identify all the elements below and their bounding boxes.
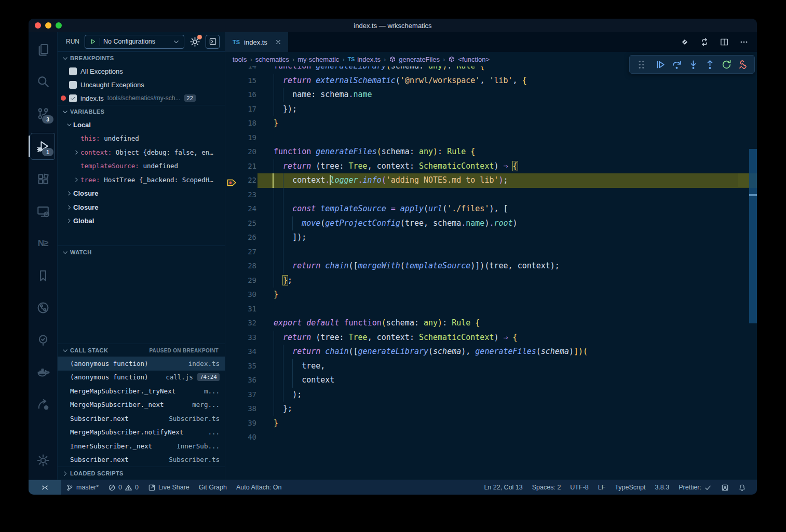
breakpoint-gutter[interactable] [225,102,239,117]
code-line-18[interactable]: 18} [225,116,757,131]
launch-configuration-dropdown[interactable]: No Configurations [85,35,184,49]
code-line-35[interactable]: 35 tree, [225,359,757,374]
breakpoint-gutter[interactable] [225,331,239,345]
breakpoint-gutter[interactable] [225,430,239,445]
variable-row[interactable]: Global [58,214,225,228]
status-eol[interactable]: LF [593,480,611,495]
breadcrumb-item-tools[interactable]: tools [233,56,247,63]
activity-item-test-explorer[interactable] [31,327,55,353]
code-line-16[interactable]: 16 name: schema.name [225,88,757,102]
breakpoint-gutter[interactable] [225,145,239,159]
call-stack-frame[interactable]: Subscriber.nextSubscriber.ts [58,453,225,467]
step-into-button[interactable] [685,57,701,72]
code-line-24[interactable]: 24 const templateSource = apply(url('./f… [225,202,757,216]
variables-header[interactable]: VARIABLES [58,105,225,118]
status-live-share[interactable]: Live Share [143,480,194,495]
code-line-27[interactable]: 27 [225,245,757,260]
breakpoint-row[interactable]: index.tstools/schematics/my-sch...22 [58,91,225,105]
activity-item-remote-explorer[interactable] [31,198,55,224]
activity-item-search[interactable] [31,69,55,94]
call-stack-header[interactable]: CALL STACK PAUSED ON BREAKPOINT [58,344,225,357]
breadcrumb-item-schematics[interactable]: schematics [255,56,289,63]
breakpoint-gutter[interactable] [225,302,239,317]
variable-row[interactable]: Local [58,118,225,132]
breakpoint-gutter[interactable] [225,202,239,216]
code-line-22[interactable]: 22 context.logger.info('adding NOTES.md … [225,173,757,188]
status-git-branch[interactable]: master* [61,480,103,495]
breakpoint-gutter[interactable] [225,188,239,202]
code-line-21[interactable]: 21 return (tree: Tree, context: Schemati… [225,159,757,174]
code-line-34[interactable]: 34 return chain([generateLibrary(schema)… [225,345,757,359]
activity-item-extensions[interactable] [31,166,55,192]
step-over-button[interactable] [668,57,685,72]
status-prettier[interactable]: Prettier: [674,480,716,495]
breakpoint-gutter[interactable] [225,274,239,288]
code-line-36[interactable]: 36 context [225,373,757,388]
breakpoint-gutter[interactable] [225,388,239,402]
breadcrumb-item-function[interactable]: <function> [448,56,490,63]
activity-item-manage[interactable] [31,447,55,473]
debug-settings-gear-icon[interactable] [189,36,200,47]
breakpoint-gutter[interactable] [225,402,239,416]
breakpoint-gutter[interactable] [225,88,239,102]
breakpoint-gutter[interactable] [225,316,239,331]
split-editor-icon[interactable] [720,37,729,47]
breakpoint-gutter[interactable] [225,245,239,260]
variable-row[interactable]: templateSource: undefined [58,159,225,173]
code-line-19[interactable]: 19 [225,131,757,145]
activity-item-nx-console[interactable]: N≥ [31,230,55,256]
call-stack-frame[interactable]: MergeMapSubscriber._tryNextm... [58,384,225,398]
git-graph-icon[interactable] [700,37,709,47]
code-line-31[interactable]: 31 [225,302,757,317]
status-notifications[interactable] [734,480,751,495]
breakpoint-gutter[interactable] [225,359,239,374]
variable-row[interactable]: tree: HostTree {_backend: ScopedH… [58,173,225,187]
status-feedback[interactable] [716,480,734,495]
more-actions-icon[interactable] [739,37,749,47]
call-stack-frame[interactable]: MergeMapSubscriber._nextmerg... [58,398,225,412]
breakpoint-gutter[interactable] [225,230,239,245]
activity-item-docker[interactable] [31,359,55,385]
breakpoint-checkbox[interactable] [69,67,77,75]
code-line-39[interactable]: 39} [225,416,757,431]
tab-index-ts[interactable]: TS index.ts [225,32,288,52]
status-problems[interactable]: 00 [103,480,143,495]
call-stack-frame[interactable]: (anonymous function)call.js74:24 [58,371,225,385]
breakpoint-gutter[interactable] [225,373,239,388]
breakpoints-header[interactable]: BREAKPOINTS [58,52,225,64]
variable-row[interactable]: Closure [58,187,225,201]
status-language-mode[interactable]: TypeScript [610,480,650,495]
activity-item-explorer[interactable] [31,36,55,62]
breakpoint-gutter[interactable] [225,288,239,302]
status-encoding[interactable]: UTF-8 [565,480,593,495]
call-stack-frame[interactable]: InnerSubscriber._nextInnerSub... [58,439,225,453]
breakpoint-gutter[interactable] [225,74,239,88]
status-git-graph[interactable]: Git Graph [194,480,232,495]
open-debug-console-icon[interactable] [206,35,220,49]
breakpoint-gutter[interactable] [225,66,239,74]
breakpoint-gutter[interactable] [225,216,239,231]
breakpoint-gutter[interactable] [225,173,239,188]
code-line-20[interactable]: 20function generateFiles(schema: any): R… [225,145,757,159]
status-auto-attach[interactable]: Auto Attach: On [232,480,287,495]
code-line-28[interactable]: 28 return chain([mergeWith(templateSourc… [225,259,757,274]
breakpoint-gutter[interactable] [225,259,239,274]
code-line-40[interactable]: 40 [225,430,757,445]
call-stack-frame[interactable]: MergeMapSubscriber.notifyNext... [58,426,225,440]
breakpoint-row[interactable]: All Exceptions [58,64,225,78]
breakpoint-gutter[interactable] [225,116,239,131]
variable-row[interactable]: this: undefined [58,132,225,146]
breakpoint-checkbox[interactable] [69,94,77,102]
watch-header[interactable]: WATCH [58,246,225,258]
call-stack-frame[interactable]: (anonymous function)index.ts [58,357,225,371]
activity-item-run-and-debug[interactable]: 1 [31,133,55,160]
code-line-17[interactable]: 17 }); [225,102,757,117]
variable-row[interactable]: context: Object {debug: false, en… [58,145,225,159]
restart-button[interactable] [718,57,735,72]
breadcrumb-item-myschematic[interactable]: my-schematic [297,56,339,63]
step-out-button[interactable] [701,57,718,72]
breakpoint-gutter[interactable] [225,345,239,359]
breakpoint-gutter[interactable] [225,131,239,145]
start-debugging-icon[interactable] [89,38,97,45]
breakpoint-gutter[interactable] [225,159,239,174]
